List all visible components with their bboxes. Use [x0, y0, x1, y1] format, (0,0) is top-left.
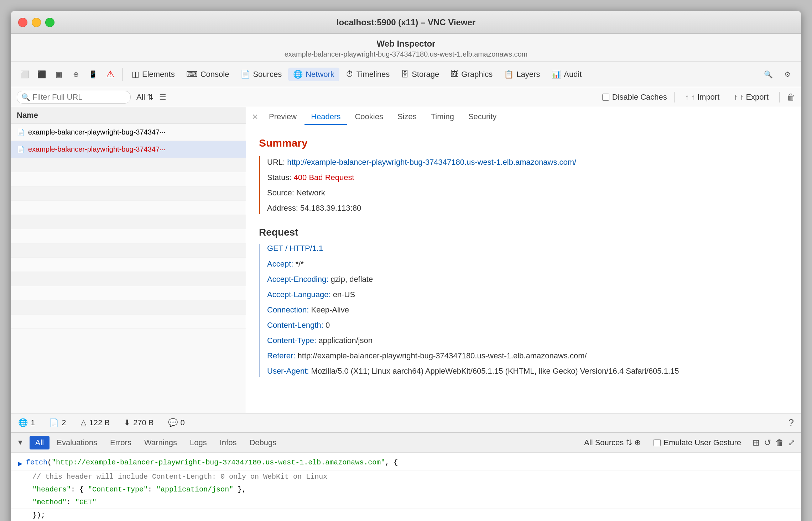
summary-status: Status: 400 Bad Request: [267, 172, 788, 183]
summary-title: Summary: [259, 137, 788, 149]
req-ct-val: application/json: [318, 336, 373, 345]
maximize-button[interactable]: [45, 18, 54, 27]
console-tab-all[interactable]: All: [30, 436, 50, 449]
console-sources-dropdown[interactable]: All Sources ⇅ ⊕: [584, 438, 641, 447]
console-tab-evaluations[interactable]: Evaluations: [51, 436, 103, 449]
req-ct-key: Content-Type:: [267, 336, 316, 345]
filter-input-wrap[interactable]: 🔍: [17, 91, 131, 104]
import-label: ↑ Import: [691, 93, 719, 102]
summary-source: Source: Network: [267, 187, 788, 199]
file-icon-1: 📄: [17, 128, 25, 136]
console-toggle-icon[interactable]: ▼: [17, 438, 24, 447]
list-item[interactable]: 📄 example-balancer-playwright-bug-374347…: [11, 124, 246, 141]
console-tab-warnings[interactable]: Warnings: [139, 436, 183, 449]
console-method-line: "method": "GET": [11, 496, 801, 509]
tab-elements[interactable]: ◫ Elements: [127, 68, 180, 81]
console-comment: // this header will include Content-Leng…: [32, 473, 327, 481]
export-label: ↑ Export: [740, 93, 769, 102]
tab-audit[interactable]: 📊 Audit: [546, 68, 587, 81]
layout-icon-1[interactable]: ⬜: [17, 67, 32, 82]
req-cl-val: 0: [326, 321, 330, 330]
console-expand-arrow[interactable]: ▶: [18, 459, 22, 468]
doc-count: 2: [62, 418, 66, 427]
tab-storage[interactable]: 🗄 Storage: [396, 68, 444, 81]
empty-row: [11, 258, 246, 272]
filter-all-label: All: [136, 93, 145, 102]
console-label: Console: [201, 70, 229, 79]
item-text-1: example-balancer-playwright-bug-374347··…: [28, 128, 166, 136]
console-tab-debugs[interactable]: Debugs: [244, 436, 282, 449]
req-user-agent: User-Agent: Mozilla/5.0 (X11; Linux aarc…: [267, 365, 788, 377]
console-close-line: });: [11, 509, 801, 521]
status-globe: 🌐 1: [18, 418, 35, 427]
chevron-up-down-icon: ⇅: [147, 93, 153, 102]
close-button[interactable]: [18, 18, 27, 27]
device-icon[interactable]: 📱: [85, 67, 101, 82]
console-tab-logs[interactable]: Logs: [184, 436, 213, 449]
filter-all-dropdown[interactable]: All ⇅: [136, 93, 153, 102]
layout-icon-2[interactable]: ⬛: [34, 67, 50, 82]
filter-input[interactable]: [32, 93, 126, 102]
req-connection: Connection: Keep-Alive: [267, 304, 788, 316]
minimize-button[interactable]: [32, 18, 41, 27]
tab-headers[interactable]: Headers: [304, 109, 347, 125]
req-accept-key: Accept:: [267, 259, 293, 268]
tab-security[interactable]: Security: [462, 109, 503, 125]
upload-size: 122 B: [89, 418, 110, 427]
layers-label: Layers: [516, 70, 540, 79]
disable-caches-checkbox[interactable]: [602, 94, 609, 101]
req-accept-language: Accept-Language: en-US: [267, 289, 788, 300]
emulate-label[interactable]: Emulate User Gesture: [654, 438, 741, 447]
request-title: Request: [259, 227, 788, 238]
help-icon[interactable]: ?: [788, 417, 794, 428]
pick-element-icon[interactable]: ⊕: [68, 67, 84, 82]
console-icon-3[interactable]: 🗑: [775, 438, 784, 448]
request-method: GET / HTTP/1.1: [267, 244, 788, 253]
titlebar: localhost:5900 (x11) – VNC Viewer: [11, 11, 801, 34]
tab-network[interactable]: 🌐 Network: [288, 68, 339, 81]
cache-icon: 💬: [168, 418, 178, 427]
sources-label: Sources: [253, 70, 282, 79]
main-area: Name 📄 example-balancer-playwright-bug-3…: [11, 107, 801, 413]
console-icon-1[interactable]: ⊞: [753, 438, 760, 448]
tab-graphics[interactable]: 🖼 Graphics: [446, 68, 498, 81]
console-icon-2[interactable]: ↺: [764, 438, 771, 448]
empty-row: [11, 172, 246, 186]
req-ua-val: Mozilla/5.0 (X11; Linux aarch64) AppleWe…: [311, 367, 679, 375]
detail-tabs: ✕ Preview Headers Cookies Sizes Timing S…: [246, 107, 801, 127]
console-tab-infos[interactable]: Infos: [214, 436, 243, 449]
tab-timelines[interactable]: ⏱ Timelines: [341, 68, 395, 81]
summary-address: Address: 54.183.39.113:80: [267, 202, 788, 214]
tab-timing[interactable]: Timing: [425, 109, 460, 125]
search-icon[interactable]: 🔍: [760, 67, 776, 82]
list-item[interactable]: 📄 example-balancer-playwright-bug-374347…: [11, 141, 246, 158]
tab-close-icon[interactable]: ✕: [252, 112, 258, 122]
timelines-label: Timelines: [356, 70, 390, 79]
disable-caches-text: Disable Caches: [612, 93, 667, 102]
layout-icon-3[interactable]: ▣: [51, 67, 67, 82]
tab-console[interactable]: ⌨ Console: [181, 68, 234, 81]
network-label: Network: [306, 70, 334, 79]
download-size: 270 B: [133, 418, 154, 427]
window-title: localhost:5900 (x11) – VNC Viewer: [337, 17, 475, 27]
clear-icon[interactable]: 🗑: [787, 92, 795, 102]
console-icon-4[interactable]: ⤢: [788, 438, 795, 448]
settings-icon[interactable]: ⚙: [780, 67, 795, 82]
console-tab-errors[interactable]: Errors: [104, 436, 137, 449]
tab-sources[interactable]: 📄 Sources: [235, 68, 287, 81]
req-cl-key: Content-Length:: [267, 321, 323, 330]
req-ae-val: gzip, deflate: [331, 275, 373, 284]
console-tabs: All Evaluations Errors Warnings Logs Inf…: [30, 436, 282, 449]
tab-layers[interactable]: 📋 Layers: [499, 68, 545, 81]
tab-cookies[interactable]: Cookies: [348, 109, 389, 125]
empty-row: [11, 315, 246, 329]
tab-preview[interactable]: Preview: [262, 109, 303, 125]
export-button[interactable]: ↑ ↑ Export: [730, 91, 772, 103]
import-button[interactable]: ↑ ↑ Import: [682, 91, 723, 103]
source-val: Network: [296, 188, 325, 197]
disable-caches-label[interactable]: Disable Caches: [602, 93, 667, 102]
emulate-checkbox[interactable]: [654, 439, 661, 446]
req-ref-val: http://example-balancer-playwright-bug-3…: [298, 351, 587, 360]
filter-options-icon[interactable]: ☰: [159, 93, 166, 102]
tab-sizes[interactable]: Sizes: [391, 109, 423, 125]
